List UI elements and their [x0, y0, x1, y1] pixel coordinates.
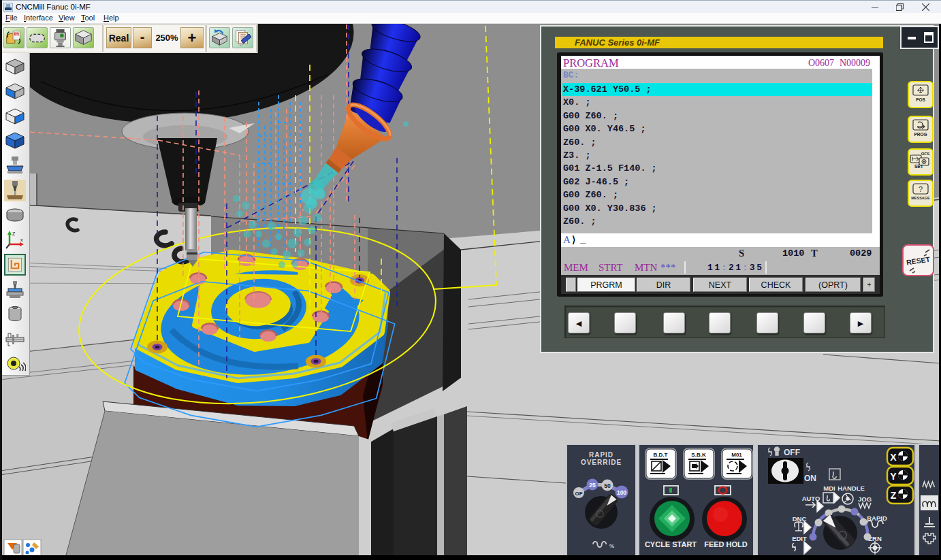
svg-text:CYCLE START: CYCLE START — [645, 540, 697, 548]
svg-text:OFS: OFS — [921, 152, 929, 156]
svg-text:G: G — [15, 33, 18, 36]
svg-text:FEED HOLD: FEED HOLD — [704, 540, 748, 548]
svg-text:ON: ON — [804, 474, 816, 483]
svg-text:Z: Z — [12, 231, 16, 236]
svg-text:OFF: OFF — [784, 448, 800, 457]
svg-text:8: 8 — [16, 333, 19, 337]
svg-text:B.D.T: B.D.T — [654, 452, 668, 458]
svg-text:50: 50 — [604, 482, 611, 489]
svg-text:HANDLE: HANDLE — [838, 484, 865, 492]
svg-text:OF: OF — [575, 491, 582, 497]
svg-text:%: % — [609, 543, 614, 549]
svg-text:EDIT: EDIT — [792, 535, 807, 542]
svg-text:M01: M01 — [731, 452, 742, 458]
svg-text:X: X — [890, 452, 897, 463]
svg-text:MDI: MDI — [823, 484, 835, 492]
svg-text:SET: SET — [914, 164, 923, 169]
svg-text:x: x — [20, 237, 23, 242]
svg-text:S.B.K: S.B.K — [691, 452, 706, 458]
svg-text:100: 100 — [617, 489, 626, 496]
svg-text:Z: Z — [891, 490, 897, 501]
svg-text:Y: Y — [890, 471, 897, 482]
svg-text:25: 25 — [589, 482, 596, 489]
svg-text:?: ? — [919, 185, 923, 193]
svg-text:JOG: JOG — [858, 495, 872, 503]
